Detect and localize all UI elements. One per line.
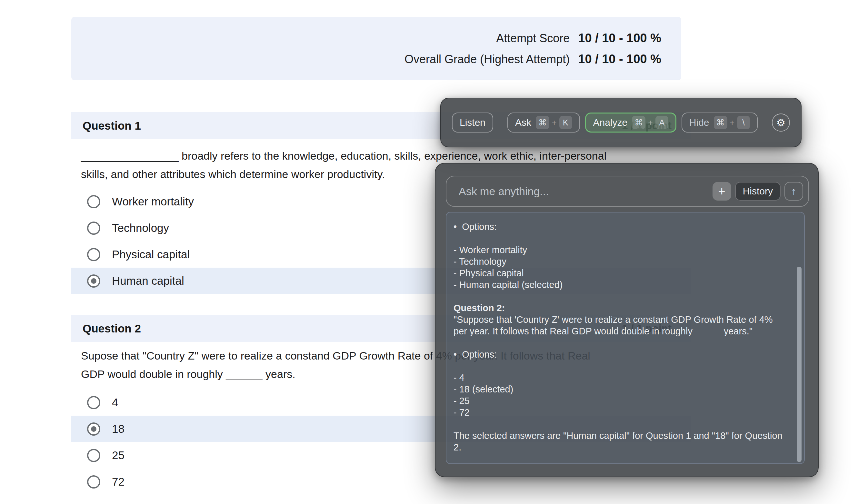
question-1-title: Question 1	[83, 119, 141, 132]
key-separator: +	[730, 118, 735, 127]
radio-button-selected-icon[interactable]	[87, 274, 100, 288]
hide-button[interactable]: Hide ⌘ + \	[682, 113, 758, 132]
ask-input[interactable]	[458, 185, 713, 198]
response-summary-line: 2.	[454, 441, 791, 453]
command-key-cap: ⌘	[536, 116, 549, 129]
option-label: Physical capital	[112, 248, 190, 261]
option-label: 25	[112, 449, 125, 462]
key-separator: +	[552, 118, 557, 127]
response-q2-options-list: - 4 - 18 (selected) - 25 - 72	[454, 372, 791, 418]
analyze-button-label: Analyze	[593, 117, 628, 128]
response-summary: The selected answers are "Human capital"…	[454, 430, 791, 453]
history-button[interactable]: History	[735, 182, 781, 200]
response-option-line: - Human capital (selected)	[454, 279, 791, 291]
response-summary-line: The selected answers are "Human capital"…	[454, 430, 791, 441]
bullet-icon: •	[454, 221, 457, 232]
backslash-key-cap: \	[737, 116, 750, 129]
option-label: Technology	[112, 222, 169, 234]
assistant-panel: + History ↑ •Options: - Worker mortality…	[435, 163, 819, 477]
overall-grade-label: Overall Grade (Highest Attempt)	[404, 52, 570, 66]
response-option-line: - Physical capital	[454, 267, 791, 279]
overall-grade-value: 10 / 10 - 100 %	[578, 52, 661, 66]
response-option-line: - 4	[454, 372, 791, 384]
response-options-header: •Options:	[454, 221, 791, 232]
score-panel: Attempt Score 10 / 10 - 100 % Overall Gr…	[71, 17, 681, 80]
response-option-line: - Worker mortality	[454, 244, 791, 256]
radio-button-icon[interactable]	[87, 195, 100, 208]
response-option-line: - 25	[454, 395, 791, 407]
response-quote-line: per year. It follows that Real GDP would…	[454, 325, 791, 337]
radio-button-icon[interactable]	[87, 396, 100, 409]
response-area: •Options: - Worker mortality - Technolog…	[446, 212, 805, 464]
response-quote-line: "Suppose that 'Country Z' were to realiz…	[454, 314, 791, 325]
response-option-line: - Technology	[454, 256, 791, 267]
option-label: 4	[112, 396, 118, 409]
a-key-cap: A	[655, 116, 668, 129]
settings-button[interactable]: ⚙	[772, 114, 790, 132]
radio-button-selected-icon[interactable]	[87, 422, 100, 436]
bullet-icon: •	[454, 348, 457, 360]
new-chat-button[interactable]: +	[713, 182, 731, 200]
response-option-line: - 72	[454, 407, 791, 418]
command-key-cap: ⌘	[714, 116, 727, 129]
overall-grade-row: Overall Grade (Highest Attempt) 10 / 10 …	[404, 52, 661, 66]
arrow-up-icon: ↑	[791, 185, 796, 197]
toolbar-button-cluster: Ask ⌘ + K Analyze ⌘ + A Hide ⌘ + \	[507, 113, 758, 132]
option-label: Worker mortality	[112, 195, 194, 208]
submit-button[interactable]: ↑	[784, 182, 803, 200]
analyze-button[interactable]: Analyze ⌘ + A	[585, 113, 677, 132]
response-option-line: - 18 (selected)	[454, 384, 791, 395]
k-key-cap: K	[559, 116, 572, 129]
radio-button-icon[interactable]	[87, 248, 100, 261]
radio-button-icon[interactable]	[87, 222, 100, 235]
response-options-header: •Options:	[454, 348, 791, 360]
history-button-label: History	[743, 186, 773, 197]
assistant-toolbar: Listen Ask ⌘ + K Analyze ⌘ + A Hide ⌘ + …	[440, 98, 801, 147]
listen-button-label: Listen	[460, 117, 486, 128]
key-separator: +	[648, 118, 653, 127]
ask-button[interactable]: Ask ⌘ + K	[507, 113, 580, 132]
attempt-score-row: Attempt Score 10 / 10 - 100 %	[496, 31, 661, 45]
question-1-text-line: ________________ broadly refers to the k…	[81, 147, 691, 165]
plus-icon: +	[718, 184, 726, 198]
option-label: Human capital	[112, 274, 184, 287]
command-key-cap: ⌘	[632, 116, 646, 129]
radio-button-icon[interactable]	[87, 449, 100, 462]
hide-button-label: Hide	[689, 117, 709, 128]
attempt-score-label: Attempt Score	[496, 32, 570, 45]
gear-icon: ⚙	[776, 118, 785, 128]
option-label: 18	[112, 422, 125, 435]
response-q1-options-list: - Worker mortality - Technology - Physic…	[454, 244, 791, 291]
listen-button[interactable]: Listen	[452, 113, 493, 132]
question-2-title: Question 2	[83, 322, 141, 335]
scrollbar-thumb[interactable]	[797, 267, 801, 462]
response-question-2-quote: "Suppose that 'Country Z' were to realiz…	[454, 314, 791, 337]
option-label: 72	[112, 475, 125, 488]
response-question-2-header: Question 2:	[454, 302, 791, 314]
attempt-score-value: 10 / 10 - 100 %	[578, 31, 661, 45]
ask-input-row: + History ↑	[446, 176, 809, 207]
ask-button-label: Ask	[515, 117, 531, 128]
radio-button-icon[interactable]	[87, 475, 100, 489]
